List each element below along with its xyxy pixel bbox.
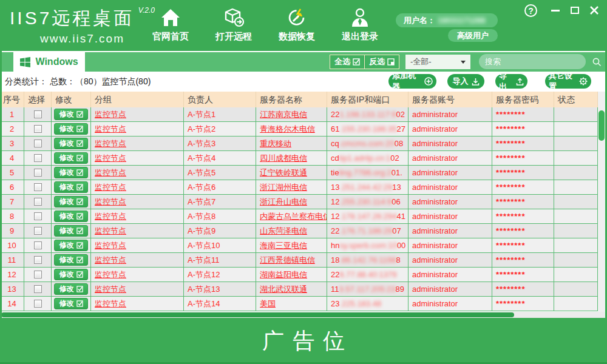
server-name-link[interactable]: 浙江舟山电信 — [260, 195, 307, 209]
modify-button[interactable]: 修改 — [54, 269, 88, 280]
row-password-cell: ******** — [492, 253, 554, 268]
masked-ip: sy.sperb.com:10 — [339, 238, 396, 252]
server-name-link[interactable]: 内蒙古乌兰察布电信 — [260, 209, 327, 223]
row-checkbox[interactable] — [34, 241, 42, 249]
nav-home-button[interactable]: 官网首页 — [142, 6, 199, 45]
modify-button[interactable]: 修改 — [54, 196, 88, 207]
row-checkbox[interactable] — [34, 271, 42, 278]
import-button[interactable]: 导入 — [447, 74, 484, 89]
row-checkbox[interactable] — [34, 285, 42, 293]
modify-button[interactable]: 修改 — [54, 283, 88, 295]
server-name-link[interactable]: 美国 — [260, 297, 276, 311]
help-icon[interactable]: ? — [524, 4, 537, 17]
select-all-icon — [353, 58, 360, 66]
nav-data-recovery-button[interactable]: 数据恢复 — [268, 6, 325, 45]
server-name-link[interactable]: 江苏南京电信 — [260, 107, 307, 121]
window-left-border — [0, 51, 2, 318]
table-row: 7修改监控节点A-节点7浙江舟山电信12.255.230.114:906admi… — [0, 195, 598, 209]
modify-button[interactable]: 修改 — [54, 109, 88, 120]
modify-button[interactable]: 修改 — [54, 240, 88, 251]
maximize-icon[interactable] — [570, 6, 580, 15]
row-ip-cell: 23.225.183.48 — [327, 297, 409, 311]
add-machine-button[interactable]: 添加机器 — [388, 74, 436, 89]
other-settings-button[interactable]: 其它设置 — [545, 74, 591, 89]
group-link[interactable]: 监控节点 — [95, 107, 126, 121]
group-link[interactable]: 监控节点 — [95, 238, 126, 252]
group-filter-dropdown[interactable]: -全部- — [405, 55, 470, 69]
modify-button[interactable]: 修改 — [54, 211, 88, 222]
modify-button[interactable]: 修改 — [54, 167, 88, 178]
row-checkbox[interactable] — [34, 212, 42, 220]
modify-button[interactable]: 修改 — [54, 225, 88, 237]
export-button[interactable]: 导出 — [495, 74, 527, 89]
ad-banner[interactable]: 广告位 — [0, 318, 607, 364]
group-link[interactable]: 监控节点 — [95, 224, 126, 238]
row-checkbox[interactable] — [34, 256, 42, 264]
group-link[interactable]: 监控节点 — [95, 122, 126, 136]
server-name-link[interactable]: 山东菏泽电信 — [260, 224, 307, 238]
group-link[interactable]: 监控节点 — [95, 136, 126, 150]
group-link[interactable]: 监控节点 — [95, 297, 126, 311]
modify-button[interactable]: 修改 — [54, 254, 88, 266]
row-modify-cell: 修改 — [52, 268, 91, 282]
table-header-row: 序号选择修改分组负责人服务器名称服务器IP和端口服务器账号服务器密码状态 — [0, 92, 598, 107]
group-link[interactable]: 监控节点 — [95, 180, 126, 194]
row-checkbox[interactable] — [34, 300, 42, 308]
server-name-link[interactable]: 重庆移动 — [260, 136, 291, 150]
server-name-link[interactable]: 浙江湖州电信 — [260, 180, 307, 194]
row-status-cell — [554, 253, 598, 268]
minimize-icon[interactable] — [551, 6, 560, 15]
row-checkbox[interactable] — [34, 183, 42, 191]
server-name-link[interactable]: 海南三亚电信 — [260, 238, 307, 252]
invert-select-icon — [387, 58, 395, 66]
close-icon[interactable] — [589, 6, 599, 15]
row-ip-cell: 61.155.230.186:3527 — [327, 122, 409, 136]
table-row: 3修改监控节点A-节点3重庆移动cq.cmcms.com:2008adminis… — [0, 136, 598, 151]
chevron-down-icon — [461, 61, 466, 64]
modify-button[interactable]: 修改 — [54, 298, 88, 309]
row-checkbox[interactable] — [34, 227, 42, 235]
server-name-link[interactable]: 湖北武汉联通 — [260, 282, 307, 296]
home-icon — [160, 6, 181, 29]
row-number: 9 — [0, 224, 24, 238]
server-name-link[interactable]: 湖南益阳电信 — [260, 268, 307, 281]
row-select-cell — [24, 209, 52, 224]
group-link[interactable]: 监控节点 — [95, 268, 126, 281]
row-checkbox[interactable] — [34, 125, 42, 133]
server-name-link[interactable]: 辽宁铁岭联通 — [260, 166, 307, 180]
user-level-badge[interactable]: 高级用户 — [448, 29, 498, 42]
group-link[interactable]: 监控节点 — [95, 151, 126, 165]
server-name-link[interactable]: 江西景德镇电信 — [260, 253, 315, 267]
modify-check-icon — [76, 155, 83, 161]
group-link[interactable]: 监控节点 — [95, 209, 126, 223]
modify-button[interactable]: 修改 — [54, 181, 88, 193]
tab-windows[interactable]: Windows — [13, 52, 85, 72]
row-password-cell: ******** — [492, 122, 554, 136]
server-name-link[interactable]: 四川成都电信 — [260, 151, 307, 165]
group-link[interactable]: 监控节点 — [95, 195, 126, 209]
search-input[interactable] — [485, 57, 592, 66]
modify-button[interactable]: 修改 — [54, 152, 88, 164]
select-all-button[interactable]: 全选 — [330, 55, 364, 69]
vertical-scrollbar-thumb[interactable] — [599, 110, 605, 141]
group-link[interactable]: 监控节点 — [95, 253, 126, 267]
row-checkbox[interactable] — [34, 169, 42, 177]
row-modify-cell: 修改 — [52, 122, 91, 136]
group-link[interactable]: 监控节点 — [95, 166, 126, 180]
search-icon[interactable] — [592, 57, 602, 67]
row-status-cell — [554, 180, 598, 195]
nav-open-remote-button[interactable]: 打开远程 — [205, 6, 262, 45]
modify-button[interactable]: 修改 — [54, 138, 88, 149]
server-name-link[interactable]: 青海格尔木电信 — [260, 122, 315, 136]
invert-select-button[interactable]: 反选 — [364, 55, 399, 69]
group-link[interactable]: 监控节点 — [95, 282, 126, 296]
horizontal-scrollbar-thumb[interactable] — [1, 312, 514, 317]
row-checkbox[interactable] — [34, 154, 42, 162]
row-ip-cell: 113.57.117.205:2389 — [327, 282, 409, 297]
column-header-3: 修改 — [52, 92, 91, 107]
row-checkbox[interactable] — [34, 110, 42, 118]
row-checkbox[interactable] — [34, 140, 42, 147]
modify-button[interactable]: 修改 — [54, 123, 88, 135]
nav-logout-button[interactable]: 退出登录 — [331, 6, 388, 45]
row-checkbox[interactable] — [34, 198, 42, 206]
